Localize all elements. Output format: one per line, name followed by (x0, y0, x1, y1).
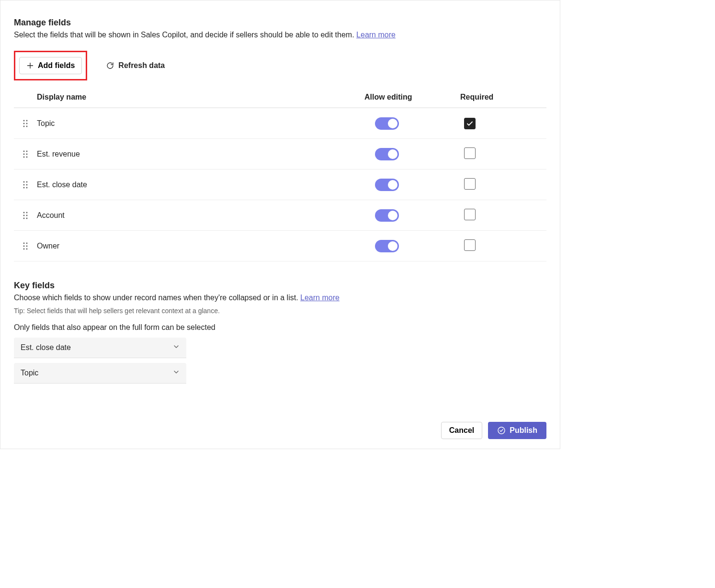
svg-point-12 (23, 181, 25, 182)
add-fields-button[interactable]: Add fields (19, 57, 82, 74)
publish-label: Publish (510, 426, 537, 435)
svg-point-4 (23, 125, 25, 127)
table-row: Topic (14, 108, 546, 138)
col-required: Required (460, 93, 546, 102)
svg-point-21 (26, 215, 28, 216)
col-display-name: Display name (37, 93, 364, 102)
check-circle-icon (497, 426, 506, 435)
svg-point-15 (26, 184, 28, 185)
key-fields-note: Only fields that also appear on the full… (14, 323, 546, 332)
svg-point-25 (26, 242, 28, 244)
svg-point-10 (23, 156, 25, 158)
field-name: Topic (37, 119, 364, 128)
refresh-icon (106, 61, 114, 70)
svg-point-5 (26, 125, 28, 127)
svg-point-27 (26, 245, 28, 247)
svg-point-26 (23, 245, 25, 247)
table-row: Account (14, 200, 546, 230)
chevron-down-icon (173, 369, 180, 377)
allow-editing-toggle[interactable] (375, 117, 399, 130)
manage-fields-title: Manage fields (14, 18, 546, 28)
manage-fields-panel: Manage fields Select the fields that wil… (0, 0, 560, 449)
field-name: Owner (37, 242, 364, 250)
footer: Cancel Publish (14, 422, 546, 439)
svg-point-28 (23, 248, 25, 249)
manage-fields-learn-more-link[interactable]: Learn more (356, 31, 396, 39)
allow-editing-toggle[interactable] (375, 148, 399, 160)
required-checkbox[interactable] (464, 118, 476, 129)
svg-point-17 (26, 187, 28, 188)
chevron-down-icon (173, 343, 180, 352)
key-fields-description-text: Choose which fields to show under record… (14, 294, 298, 302)
drag-handle-icon[interactable] (14, 211, 37, 220)
plus-icon (26, 62, 34, 69)
refresh-data-label: Refresh data (118, 61, 165, 70)
svg-point-8 (23, 153, 25, 155)
required-checkbox[interactable] (464, 147, 476, 159)
table-header: Display name Allow editing Required (14, 88, 546, 108)
key-fields-tip: Tip: Select fields that will help seller… (14, 307, 546, 315)
svg-point-3 (26, 123, 28, 124)
table-row: Owner (14, 230, 546, 261)
key-field-select[interactable]: Est. close date (14, 338, 186, 358)
add-fields-label: Add fields (38, 61, 75, 70)
field-name: Est. close date (37, 181, 364, 189)
allow-editing-toggle[interactable] (375, 179, 399, 191)
svg-point-14 (23, 184, 25, 185)
svg-point-30 (498, 427, 505, 434)
svg-point-0 (23, 120, 25, 121)
field-name: Est. revenue (37, 150, 364, 158)
col-allow-editing: Allow editing (364, 93, 460, 102)
svg-point-1 (26, 120, 28, 121)
svg-point-22 (23, 217, 25, 219)
refresh-data-button[interactable]: Refresh data (99, 57, 172, 74)
allow-editing-toggle[interactable] (375, 240, 399, 252)
drag-handle-icon[interactable] (14, 242, 37, 250)
key-field-select[interactable]: Topic (14, 363, 186, 384)
manage-fields-description-text: Select the fields that will be shown in … (14, 31, 354, 39)
fields-table: Display name Allow editing Required Topi… (14, 88, 546, 261)
svg-point-19 (26, 212, 28, 213)
svg-point-13 (26, 181, 28, 182)
key-field-select-value: Topic (21, 369, 38, 377)
required-checkbox[interactable] (464, 178, 476, 190)
svg-point-24 (23, 242, 25, 244)
required-checkbox[interactable] (464, 239, 476, 251)
publish-button[interactable]: Publish (488, 422, 546, 439)
cancel-button[interactable]: Cancel (441, 422, 482, 439)
key-fields-description: Choose which fields to show under record… (14, 294, 546, 302)
key-fields-learn-more-link[interactable]: Learn more (300, 294, 340, 302)
svg-point-6 (23, 150, 25, 152)
key-field-select-value: Est. close date (21, 343, 71, 352)
svg-point-20 (23, 215, 25, 216)
toolbar: Add fields Refresh data (14, 51, 546, 80)
key-fields-section: Key fields Choose which fields to show u… (14, 281, 546, 384)
svg-point-7 (26, 150, 28, 152)
field-name: Account (37, 211, 364, 220)
required-checkbox[interactable] (464, 209, 476, 220)
table-row: Est. close date (14, 169, 546, 200)
svg-point-9 (26, 153, 28, 155)
svg-point-18 (23, 212, 25, 213)
drag-handle-icon[interactable] (14, 150, 37, 158)
drag-handle-icon[interactable] (14, 181, 37, 189)
svg-point-2 (23, 123, 25, 124)
table-row: Est. revenue (14, 138, 546, 169)
allow-editing-toggle[interactable] (375, 209, 399, 222)
add-fields-highlight: Add fields (14, 51, 87, 80)
key-fields-title: Key fields (14, 281, 546, 291)
svg-point-16 (23, 187, 25, 188)
svg-point-11 (26, 156, 28, 158)
svg-point-29 (26, 248, 28, 249)
manage-fields-description: Select the fields that will be shown in … (14, 31, 546, 39)
svg-point-23 (26, 217, 28, 219)
drag-handle-icon[interactable] (14, 119, 37, 128)
